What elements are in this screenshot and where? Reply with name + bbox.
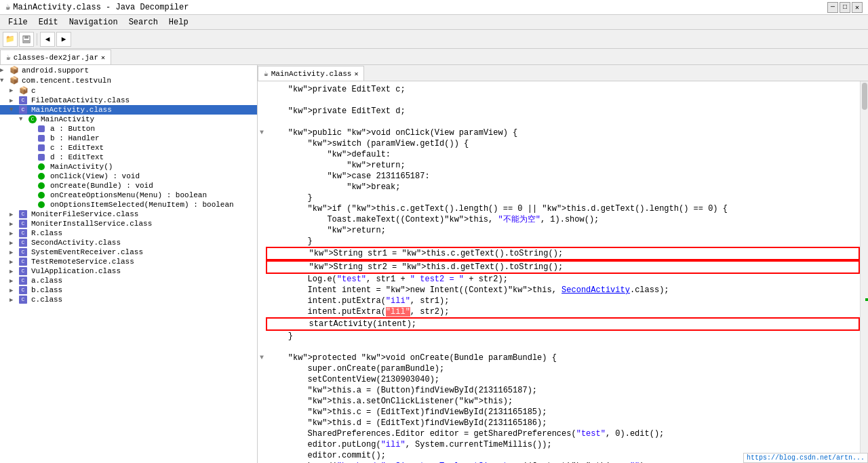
menu-bar: File Edit Navigation Search Help (0, 15, 868, 30)
tree-item[interactable]: onCreateOptionsMenu(Menu) : boolean (0, 190, 257, 200)
tree-item[interactable]: onCreate(Bundle) : void (0, 181, 257, 190)
tree-toggle[interactable]: ▶ (9, 87, 19, 94)
tree-toggle[interactable]: ▶ (0, 66, 9, 74)
class-icon: C (19, 286, 27, 294)
tree-icon: C (19, 248, 30, 256)
tree-label: com.tencent.testvuln (22, 77, 111, 85)
tree-toggle[interactable]: ▶ (9, 258, 19, 266)
tree-item[interactable]: onClick(View) : void (0, 172, 257, 181)
method-icon (38, 173, 45, 180)
class-icon: C (19, 277, 27, 285)
code-line: "kw">break; (258, 182, 860, 193)
tree-toggle[interactable]: ▶ (9, 277, 19, 285)
tree-label: MoniterFileService.class (31, 210, 138, 218)
method-icon (38, 201, 45, 208)
tree-item[interactable]: ▶ C SecondActivity.class (0, 238, 257, 247)
tree-label: R.class (31, 229, 62, 237)
code-line (258, 342, 860, 353)
tree-icon: C (19, 210, 30, 218)
tree-toggle[interactable]: ▶ (9, 268, 19, 275)
close-button[interactable]: ✕ (852, 2, 863, 13)
tree-item[interactable]: ▼ 📦 com.tencent.testvuln (0, 75, 257, 85)
line-content: "kw">break; (266, 182, 860, 193)
tree-item[interactable]: ▶ C b.class (0, 285, 257, 295)
tree-icon: C (19, 267, 30, 275)
code-line: Toast.makeText((Context)"kw">this, "不能为空… (258, 214, 860, 225)
code-line: "kw">if ("kw">this.c.getText().length() … (258, 203, 860, 214)
class-icon: C (19, 96, 27, 104)
menu-file[interactable]: File (3, 16, 33, 28)
tree-toggle[interactable]: ▶ (9, 296, 19, 304)
tree-item[interactable]: ▶ C VulApplication.class (0, 266, 257, 276)
line-content: } (266, 236, 860, 247)
tree-item[interactable]: ▶ C FileDataActivity.class (0, 96, 257, 105)
field-icon (38, 135, 45, 142)
minimize-button[interactable]: ─ (827, 2, 838, 13)
collapse-marker[interactable]: ▼ (258, 353, 266, 363)
tree-toggle[interactable]: ▶ (9, 249, 19, 256)
tree-item[interactable]: ▶ C R.class (0, 228, 257, 238)
left-panel: ▶ 📦 android.support ▼ 📦 com.tencent.test… (0, 65, 258, 463)
code-tab[interactable]: ☕ MainActivity.class ✕ (258, 66, 364, 81)
line-content: "kw">public "kw">void onClick(View param… (266, 127, 860, 138)
tree-item[interactable]: ▼ C MainActivity (0, 115, 257, 124)
class-icon: C (19, 210, 27, 218)
tree-item[interactable]: MainActivity() (0, 162, 257, 172)
tree-label: onCreate(Bundle) : void (50, 182, 153, 190)
menu-edit[interactable]: Edit (33, 16, 64, 28)
tree-toggle[interactable]: ▼ (0, 77, 9, 84)
code-area[interactable]: "kw">private EditText c; "kw">private Ed… (258, 81, 860, 463)
maximize-button[interactable]: □ (840, 2, 850, 13)
tab-close-btn[interactable]: ✕ (101, 54, 105, 62)
tree-toggle[interactable]: ▶ (9, 239, 19, 247)
tree-item[interactable]: ▼ C MainActivity.class (0, 105, 257, 115)
tree-item[interactable]: ▶ C TestRemoteService.class (0, 257, 257, 266)
tree-label: c (31, 87, 36, 95)
tree-toggle[interactable]: ▶ (9, 230, 19, 237)
code-tab-close[interactable]: ✕ (354, 70, 358, 78)
menu-navigation[interactable]: Navigation (64, 16, 123, 28)
tree-item[interactable]: ▶ C MoniterFileService.class (0, 209, 257, 219)
tree-label: onClick(View) : void (50, 172, 140, 180)
right-scrollbar[interactable] (860, 81, 868, 463)
tree-item[interactable]: ▶ C a.class (0, 276, 257, 285)
tree-item[interactable]: a : Button (0, 124, 257, 134)
collapse-marker[interactable]: ▼ (258, 127, 266, 138)
tree-icon: C (19, 296, 30, 304)
scrollbar-thumb[interactable] (862, 83, 867, 110)
tree-item[interactable]: ▶ C c.class (0, 295, 257, 304)
tree-item[interactable]: b : Handler (0, 134, 257, 143)
tree-icon (38, 173, 49, 180)
toolbar-back-btn[interactable]: ◀ (40, 32, 55, 47)
tree-label: SecondActivity.class (31, 239, 121, 247)
tree-item[interactable]: ▶ C SystemEventReceiver.class (0, 247, 257, 257)
tree-toggle[interactable]: ▶ (9, 287, 19, 294)
menu-help[interactable]: Help (163, 16, 194, 28)
toolbar-save-btn[interactable] (19, 32, 34, 47)
tree-item[interactable]: c : EditText (0, 143, 257, 153)
tree-toggle[interactable]: ▶ (9, 220, 19, 228)
tree-toggle[interactable]: ▼ (19, 116, 28, 123)
tree-icon: C (19, 277, 30, 285)
main-tab[interactable]: ☕ classes-dex2jar.jar ✕ (0, 49, 111, 64)
tree-item[interactable]: d : EditText (0, 153, 257, 162)
menu-search[interactable]: Search (123, 16, 163, 28)
tree-item[interactable]: ▶ C MoniterInstallService.class (0, 219, 257, 228)
tree-item[interactable]: ▶ 📦 c (0, 85, 257, 96)
tree-label: a : Button (50, 125, 95, 133)
tree-toggle[interactable]: ▶ (9, 211, 19, 218)
tree-toggle[interactable]: ▼ (9, 106, 19, 113)
code-line: "kw">this.d = (EditText)findViewById(213… (258, 418, 860, 428)
svg-rect-2 (24, 40, 29, 43)
code-line: Log.e("test", str1 + " test2 = " + str2)… (258, 274, 860, 285)
line-content: "kw">if ("kw">this.c.getText().length() … (266, 203, 860, 214)
class-icon: C (19, 229, 27, 237)
url-bar: https://blog.csdn.net/artn... (743, 453, 868, 463)
tree-item[interactable]: onOptionsItemSelected(MenuItem) : boolea… (0, 200, 257, 209)
tree-item[interactable]: ▶ 📦 android.support (0, 65, 257, 75)
toolbar-forward-btn[interactable]: ▶ (56, 32, 71, 47)
toolbar-open-btn[interactable]: 📁 (3, 32, 18, 47)
field-icon (38, 125, 45, 132)
tree-toggle[interactable]: ▶ (9, 97, 19, 104)
code-line: startActivity(intent); (258, 317, 860, 331)
